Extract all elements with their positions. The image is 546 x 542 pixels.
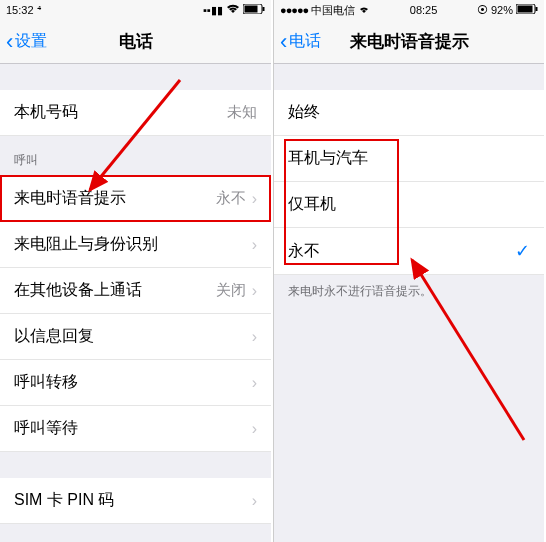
cell-text-reply[interactable]: 以信息回复 ›	[0, 314, 271, 360]
cell-value: 关闭	[216, 281, 246, 300]
battery-percent: 92%	[491, 4, 513, 16]
cell-call-blocking[interactable]: 来电阻止与身份识别 ›	[0, 222, 271, 268]
status-battery: ⦿ 92%	[477, 4, 538, 16]
status-carrier: ●●●●● ••••• 中国电信 中国电信	[280, 3, 370, 18]
footer-description: 来电时永不进行语音提示。	[274, 275, 544, 308]
cell-label: 以信息回复	[14, 326, 94, 347]
back-button[interactable]: ‹ 设置	[0, 31, 47, 53]
cell-my-number[interactable]: 本机号码 未知	[0, 90, 271, 136]
chevron-right-icon: ›	[252, 492, 257, 510]
signal-dots-icon: ●●●●●	[280, 4, 308, 16]
status-bar: ●●●●● ••••• 中国电信 中国电信 08:25 ⦿ 92%	[274, 0, 544, 20]
svg-rect-5	[517, 6, 532, 13]
cell-announce-calls[interactable]: 来电时语音提示 永不 ›	[0, 175, 271, 222]
status-indicators: ▪▪▮▮	[203, 4, 265, 17]
status-bar: 15:32 ⁴ ▪▪▮▮	[0, 0, 271, 20]
cell-label: 来电阻止与身份识别	[14, 234, 158, 255]
cell-label: SIM 卡 PIN 码	[14, 490, 114, 511]
cell-label: 永不	[288, 241, 320, 262]
signal-icon: ▪▪▮▮	[203, 4, 223, 17]
wifi-icon	[226, 4, 240, 16]
chevron-right-icon: ›	[252, 190, 257, 208]
chevron-right-icon: ›	[252, 420, 257, 438]
cell-label: 呼叫等待	[14, 418, 78, 439]
nav-bar: ‹ 设置 电话	[0, 20, 271, 64]
cell-headphones-car[interactable]: 耳机与汽车	[274, 136, 544, 182]
svg-rect-2	[263, 7, 265, 11]
phone-settings-screen: 15:32 ⁴ ▪▪▮▮ ‹ 设置 电话 本机号码 未知 呼叫 来电时语音提示 …	[0, 0, 271, 542]
chevron-left-icon: ‹	[280, 31, 287, 53]
cell-label: 在其他设备上通话	[14, 280, 142, 301]
chevron-right-icon: ›	[252, 236, 257, 254]
svg-rect-1	[245, 6, 258, 13]
cell-label: 始终	[288, 102, 320, 123]
chevron-right-icon: ›	[252, 328, 257, 346]
cell-other-devices[interactable]: 在其他设备上通话 关闭 ›	[0, 268, 271, 314]
battery-icon	[516, 4, 538, 16]
chevron-right-icon: ›	[252, 374, 257, 392]
cell-sim-pin[interactable]: SIM 卡 PIN 码 ›	[0, 478, 271, 524]
chevron-right-icon: ›	[252, 282, 257, 300]
wifi-icon	[358, 4, 370, 16]
cell-label: 耳机与汽车	[288, 148, 368, 169]
cell-never[interactable]: 永不 ✓	[274, 228, 544, 275]
back-label: 电话	[289, 31, 321, 52]
back-button[interactable]: ‹ 电话	[274, 31, 321, 53]
cell-headphones-only[interactable]: 仅耳机	[274, 182, 544, 228]
carrier-label: 中国电信	[311, 3, 355, 18]
checkmark-icon: ✓	[515, 240, 530, 262]
charging-icon: ⦿	[477, 4, 488, 16]
cell-value: 永不	[216, 189, 246, 208]
nav-bar: ‹ 电话 来电时语音提示	[274, 20, 544, 64]
nav-title: 来电时语音提示	[350, 30, 469, 53]
status-time: 15:32 ⁴	[6, 4, 41, 17]
cell-label: 来电时语音提示	[14, 188, 126, 209]
cell-label: 本机号码	[14, 102, 78, 123]
status-time: 08:25	[410, 4, 438, 16]
phone-announce-screen: ●●●●● ••••• 中国电信 中国电信 08:25 ⦿ 92% ‹ 电话 来…	[273, 0, 544, 542]
cell-value: 未知	[227, 103, 257, 122]
back-label: 设置	[15, 31, 47, 52]
battery-icon	[243, 4, 265, 16]
section-header-calls: 呼叫	[0, 136, 271, 175]
cell-label: 仅耳机	[288, 194, 336, 215]
cell-call-waiting[interactable]: 呼叫等待 ›	[0, 406, 271, 452]
cell-call-forwarding[interactable]: 呼叫转移 ›	[0, 360, 271, 406]
svg-rect-6	[535, 7, 537, 11]
nav-title: 电话	[119, 30, 153, 53]
cell-always[interactable]: 始终	[274, 90, 544, 136]
chevron-left-icon: ‹	[6, 31, 13, 53]
cell-label: 呼叫转移	[14, 372, 78, 393]
